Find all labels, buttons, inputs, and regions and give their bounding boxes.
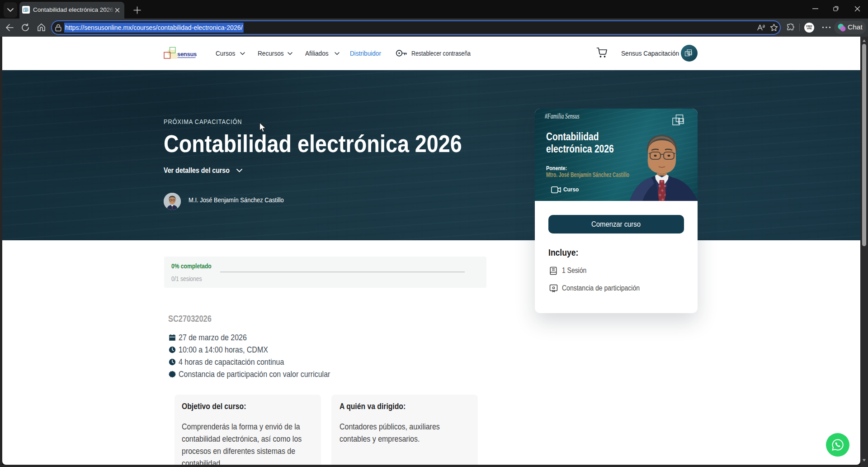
svg-text:sensus: sensus: [177, 51, 197, 57]
